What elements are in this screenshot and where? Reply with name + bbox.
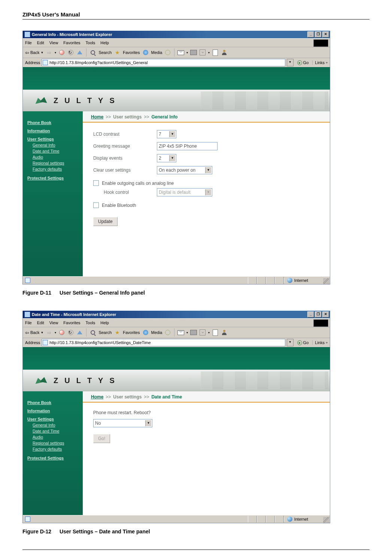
history-button[interactable] (164, 329, 171, 336)
stop-button[interactable] (58, 329, 65, 336)
doc-button[interactable] (212, 49, 219, 56)
mail-dropdown[interactable]: ▾ (186, 331, 188, 334)
forward-dropdown[interactable]: ▾ (55, 51, 56, 54)
refresh-button[interactable]: ↻ (67, 329, 74, 336)
sidebar-protected-settings[interactable]: Protected Settings (27, 176, 80, 180)
menu-edit[interactable]: Edit (37, 320, 44, 325)
close-button[interactable]: ✕ (322, 31, 329, 37)
close-button[interactable]: ✕ (322, 311, 329, 317)
print-button[interactable] (190, 49, 197, 56)
sidebar-phone-book[interactable]: Phone Book (27, 120, 80, 125)
menu-favorites[interactable]: Favorites (63, 320, 80, 325)
home-button[interactable] (76, 329, 83, 336)
select-reboot[interactable]: No▼ (93, 419, 152, 427)
menu-view[interactable]: View (49, 320, 58, 325)
address-dropdown[interactable]: ▼ (287, 59, 294, 66)
media-button[interactable] (142, 49, 149, 56)
maximize-button[interactable]: ❐ (315, 311, 322, 317)
media-button[interactable] (142, 329, 149, 336)
address-field[interactable]: http://10.1.73.8/mp4config?action=USetti… (42, 339, 285, 346)
home-button[interactable] (76, 49, 83, 56)
sidebar-information[interactable]: Information (27, 409, 80, 413)
menu-tools[interactable]: Tools (86, 40, 95, 45)
update-button[interactable]: Update (93, 217, 118, 226)
history-button[interactable] (164, 49, 171, 56)
sidebar-user-settings[interactable]: User Settings (27, 417, 80, 421)
sidebar-regional-settings[interactable]: Regional settings (33, 160, 80, 166)
edit-with-button[interactable]: w (199, 329, 206, 336)
menu-file[interactable]: File (25, 40, 32, 45)
search-button[interactable] (89, 49, 96, 56)
favorites-label[interactable]: Favorites (123, 330, 140, 335)
sidebar-user-settings[interactable]: User Settings (27, 137, 80, 141)
search-label[interactable]: Search (98, 330, 112, 335)
media-label[interactable]: Media (151, 50, 162, 55)
edit-with-dropdown[interactable]: ▾ (208, 51, 210, 54)
back-button[interactable]: ⇦ Back ▼ (25, 330, 43, 335)
resize-grip[interactable] (323, 517, 329, 523)
resize-grip[interactable] (323, 278, 329, 284)
minimize-button[interactable]: _ (307, 31, 314, 37)
minimize-button[interactable]: _ (307, 311, 314, 317)
sidebar-audio[interactable]: Audio (33, 154, 80, 160)
menu-edit[interactable]: Edit (37, 40, 44, 45)
sidebar-factory-defaults[interactable]: Factory defaults (33, 166, 80, 172)
search-label[interactable]: Search (98, 50, 112, 55)
doc-button[interactable] (212, 329, 219, 336)
sidebar-audio[interactable]: Audio (33, 434, 80, 440)
favorites-label[interactable]: Favorites (123, 50, 140, 55)
checkbox-bluetooth[interactable] (93, 202, 99, 208)
sidebar-date-and-time[interactable]: Date and Time (33, 428, 80, 434)
mail-dropdown[interactable]: ▾ (186, 51, 188, 54)
sidebar-factory-defaults[interactable]: Factory defaults (33, 446, 80, 452)
menu-file[interactable]: File (25, 320, 32, 325)
links-button[interactable]: Links» (312, 340, 330, 345)
menu-view[interactable]: View (49, 40, 58, 45)
crumb-home[interactable]: Home (91, 114, 103, 120)
mail-button[interactable] (177, 329, 184, 336)
go-button[interactable]: Go (295, 340, 311, 345)
refresh-button[interactable]: ↻ (67, 49, 74, 56)
messenger-button[interactable] (221, 49, 228, 56)
messenger-button[interactable] (221, 329, 228, 336)
sidebar-date-and-time[interactable]: Date and Time (33, 148, 80, 154)
forward-button[interactable]: ⇨ (46, 49, 52, 56)
checkbox-analog-line[interactable] (93, 180, 99, 186)
forward-dropdown[interactable]: ▾ (55, 331, 56, 334)
menu-help[interactable]: Help (100, 40, 109, 45)
favorites-button[interactable]: ★ (114, 49, 121, 56)
edit-with-button[interactable]: w (199, 49, 206, 56)
edit-with-dropdown[interactable]: ▾ (208, 331, 210, 334)
back-button[interactable]: ⇦ Back ▼ (25, 50, 43, 55)
stop-button[interactable] (58, 49, 65, 56)
sidebar-information[interactable]: Information (27, 129, 80, 133)
go-action-button[interactable]: Go! (93, 434, 110, 443)
menu-help[interactable]: Help (100, 320, 109, 325)
search-button[interactable] (89, 329, 96, 336)
select-lcd-contrast[interactable]: 7▼ (157, 130, 176, 138)
select-display-events[interactable]: 2▼ (157, 154, 176, 162)
sidebar-general-info[interactable]: General Info (33, 142, 80, 148)
sidebar-regional-settings[interactable]: Regional settings (33, 440, 80, 446)
go-button[interactable]: Go (295, 60, 311, 65)
input-greeting[interactable]: ZIP 4x5 SIP Phone (157, 142, 218, 150)
print-button[interactable] (190, 329, 197, 336)
forward-button[interactable]: ⇨ (46, 329, 52, 336)
mail-button[interactable] (177, 49, 184, 56)
brand-letter: Z (54, 96, 58, 105)
sidebar-general-info[interactable]: General Info (33, 422, 80, 428)
crumb-home[interactable]: Home (91, 394, 103, 400)
ie-throbber (313, 319, 328, 327)
address-field[interactable]: http://10.1.73.8/mp4config?action=USetti… (42, 59, 285, 66)
maximize-button[interactable]: ❐ (315, 31, 322, 37)
sidebar-protected-settings[interactable]: Protected Settings (27, 456, 80, 460)
sidebar-phone-book[interactable]: Phone Book (27, 400, 80, 405)
select-clear-user-settings[interactable]: On each power on▼ (157, 166, 212, 174)
menu-favorites[interactable]: Favorites (63, 40, 80, 45)
status-cell (257, 516, 266, 523)
menu-tools[interactable]: Tools (86, 320, 95, 325)
media-label[interactable]: Media (151, 330, 162, 335)
address-dropdown[interactable]: ▼ (287, 339, 294, 346)
favorites-button[interactable]: ★ (114, 329, 121, 336)
links-button[interactable]: Links» (312, 60, 330, 65)
